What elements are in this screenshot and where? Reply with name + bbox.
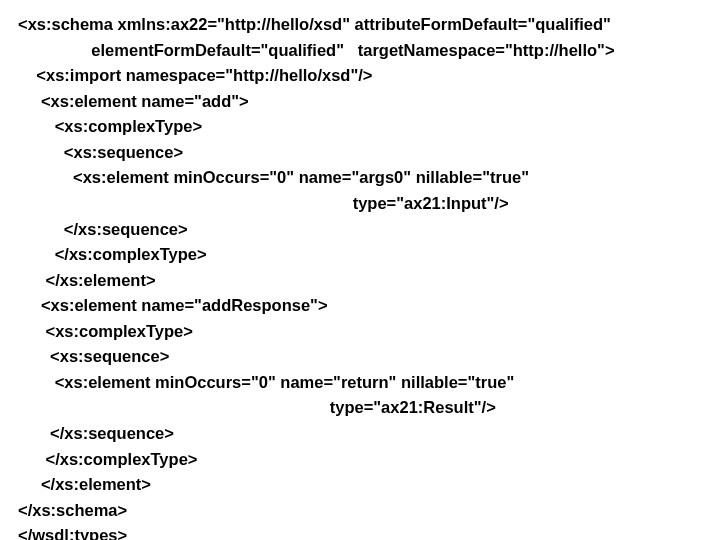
code-line: <xs:element name="addResponse">: [18, 293, 702, 319]
code-line: </wsdl:types>: [18, 523, 702, 540]
code-line: type="ax21:Result"/>: [18, 395, 702, 421]
code-line: <xs:element minOccurs="0" name="args0" n…: [18, 165, 702, 191]
code-line: </xs:sequence>: [18, 421, 702, 447]
code-line: elementFormDefault="qualified" targetNam…: [18, 38, 702, 64]
code-line: <xs:sequence>: [18, 140, 702, 166]
code-line: <xs:element minOccurs="0" name="return" …: [18, 370, 702, 396]
xml-schema-code-block: <xs:schema xmlns:ax22="http://hello/xsd"…: [18, 12, 702, 540]
code-line: </xs:schema>: [18, 498, 702, 524]
code-line: </xs:complexType>: [18, 447, 702, 473]
code-line: <xs:complexType>: [18, 114, 702, 140]
code-line: <xs:complexType>: [18, 319, 702, 345]
code-line: <xs:element name="add">: [18, 89, 702, 115]
code-line: type="ax21:Input"/>: [18, 191, 702, 217]
code-line: </xs:sequence>: [18, 217, 702, 243]
code-line: <xs:schema xmlns:ax22="http://hello/xsd"…: [18, 12, 702, 38]
code-line: </xs:complexType>: [18, 242, 702, 268]
code-line: <xs:sequence>: [18, 344, 702, 370]
code-line: </xs:element>: [18, 268, 702, 294]
code-line: <xs:import namespace="http://hello/xsd"/…: [18, 63, 702, 89]
code-line: </xs:element>: [18, 472, 702, 498]
